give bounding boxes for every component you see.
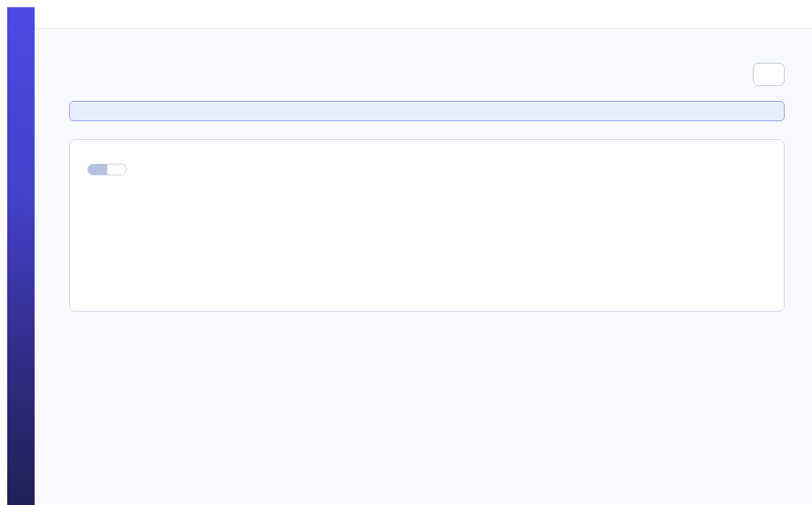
info-banner [69,101,785,121]
top-header [35,0,812,29]
tab-total[interactable] [88,164,107,175]
tab-daily[interactable] [107,164,126,175]
timezone-selector[interactable] [760,14,776,15]
period-selector-button[interactable] [753,63,785,86]
total-actions-donut-chart [657,201,762,306]
billable-actions-tabs [87,164,127,175]
billable-actions-card [69,139,785,312]
main-content [35,29,812,505]
sidebar [7,7,35,505]
